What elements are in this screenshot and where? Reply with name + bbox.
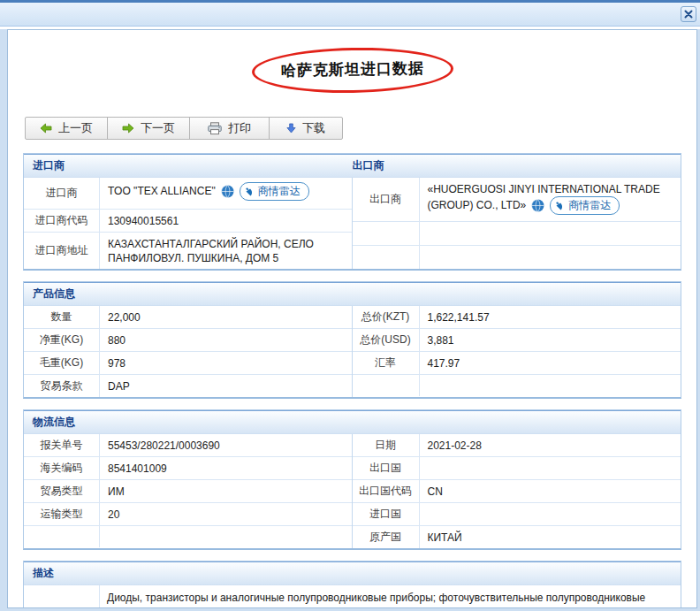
business-radar-link[interactable]: 商情雷达 [240, 182, 309, 201]
field-label: 进口国 [353, 503, 420, 525]
field-label: 进口商代码 [24, 210, 100, 232]
field-value: CN [420, 480, 681, 502]
product-right-table: 总价(KZT) 1,622,141.57 总价(USD) 3,881 汇率 41… [353, 306, 681, 397]
content-panel: 哈萨克斯坦进口数据 上一页 下一页 [7, 29, 697, 608]
field-value [420, 222, 681, 245]
table-row: 原产国 КИТАЙ [353, 526, 681, 548]
field-label: 毛重(KG) [24, 352, 100, 374]
table-row: 海关编码 8541401009 [24, 457, 352, 480]
section-product-info: 产品信息 数量 22,000 净重(KG) 880 毛重(KG) [23, 281, 681, 399]
field-value [420, 503, 681, 525]
field-label: 海关编码 [24, 457, 100, 479]
product-header: 产品信息 [33, 286, 353, 302]
table-row [353, 375, 681, 396]
download-button[interactable]: 下载 [269, 117, 343, 140]
product-description-text: Диоды, транзисторы и аналогичные полупро… [100, 585, 681, 608]
arrow-left-icon [40, 123, 52, 134]
table-row [353, 222, 681, 246]
field-label [353, 375, 420, 396]
field-value: 20 [100, 503, 352, 525]
printer-icon [208, 122, 222, 135]
title-area: 哈萨克斯坦进口数据 [23, 48, 681, 104]
table-row [353, 246, 681, 269]
field-value [420, 246, 681, 269]
field-value: 417.97 [420, 352, 681, 374]
field-label: 总价(KZT) [353, 306, 420, 328]
exporter-header: 出口商 [353, 158, 673, 173]
table-row: 进口商 TOO "TEX ALLIANCE"商情雷达 [24, 178, 352, 210]
field-label: 进口商地址 [24, 233, 100, 269]
field-value: «HUOERGUOSI JINYI INTERNATIONAL TRADE (G… [420, 178, 681, 221]
field-value [100, 526, 352, 547]
close-button[interactable] [681, 6, 696, 22]
globe-icon[interactable] [531, 199, 544, 212]
field-label: 原产国 [353, 526, 420, 548]
field-value: 130940015561 [100, 210, 352, 232]
section-header: 进口商 出口商 [24, 154, 681, 178]
prev-page-button[interactable]: 上一页 [25, 117, 108, 140]
field-value: 1,622,141.57 [420, 306, 681, 328]
importer-header: 进口商 [33, 158, 353, 173]
field-label [353, 222, 420, 245]
section-header: 产品信息 [24, 282, 681, 306]
field-label: 贸易条款 [24, 375, 100, 397]
field-label: 运输类型 [24, 503, 100, 525]
field-value: ИМ [100, 480, 352, 502]
table-row: 毛重(KG) 978 [24, 352, 352, 375]
logistics-right-table: 日期 2021-02-28 出口国 出口国代码 CN 进口国 [353, 434, 681, 548]
globe-icon[interactable] [221, 185, 234, 198]
business-radar-link[interactable]: 商情雷达 [550, 196, 620, 215]
field-label: 出口国 [353, 457, 420, 479]
radar-icon [245, 187, 255, 197]
section-header: 物流信息 [24, 410, 681, 434]
product-left-table: 数量 22,000 净重(KG) 880 毛重(KG) 978 贸易条款 [24, 306, 353, 397]
field-value [420, 375, 681, 396]
field-label: 报关单号 [24, 434, 100, 456]
field-label: 净重(KG) [24, 329, 100, 351]
table-row: 出口商 «HUOERGUOSI JINYI INTERNATIONAL TRAD… [353, 178, 681, 222]
table-row: 汇率 417.97 [353, 352, 681, 375]
page-title: 哈萨克斯坦进口数据 [280, 60, 423, 80]
print-label: 打印 [228, 120, 251, 136]
table-row: 数量 22,000 [24, 306, 352, 329]
print-button[interactable]: 打印 [189, 117, 270, 140]
description-header: 描述 [33, 566, 353, 581]
table-row: 总价(KZT) 1,622,141.57 [353, 306, 681, 329]
field-label: 出口国代码 [353, 480, 420, 502]
next-page-button[interactable]: 下一页 [107, 117, 190, 140]
importer-name: TOO "TEX ALLIANCE" [108, 185, 216, 197]
field-label: 进口商 [24, 178, 100, 209]
field-value: 880 [100, 329, 352, 351]
field-label: 产品描述 [24, 585, 100, 608]
field-value [420, 457, 681, 479]
field-label: 汇率 [353, 352, 420, 374]
logistics-header: 物流信息 [33, 415, 353, 430]
table-row: 运输类型 20 [24, 503, 352, 526]
table-row: 进口商地址 КАЗАХСТАНТАЛГАРСКИЙ РАЙОН, СЕЛО ПА… [24, 233, 352, 269]
table-row: 日期 2021-02-28 [353, 434, 681, 457]
radar-label: 商情雷达 [568, 198, 611, 213]
next-page-label: 下一页 [141, 120, 175, 136]
exporter-table: 出口商 «HUOERGUOSI JINYI INTERNATIONAL TRAD… [353, 178, 681, 269]
field-label [353, 246, 420, 269]
field-value: DAP [100, 375, 352, 397]
table-row: 出口国代码 CN [353, 480, 681, 503]
field-label [24, 526, 100, 547]
field-label: 贸易类型 [24, 480, 100, 502]
field-label: 出口商 [353, 178, 420, 221]
download-label: 下载 [302, 120, 325, 136]
field-label: 数量 [24, 306, 100, 328]
field-value: 3,881 [420, 329, 681, 351]
table-row: 贸易条款 DAP [24, 375, 352, 397]
table-row: 报关单号 55453/280221/0003690 [24, 434, 352, 457]
field-value: КАЗАХСТАНТАЛГАРСКИЙ РАЙОН, СЕЛО ПАНФИЛОВ… [100, 233, 352, 269]
prev-page-label: 上一页 [58, 120, 93, 136]
field-label: 日期 [353, 434, 420, 456]
section-importer-exporter: 进口商 出口商 进口商 TOO "TEX ALLIANCE"商情雷达 进口商代码 [23, 153, 681, 271]
window-frame: 哈萨克斯坦进口数据 上一页 下一页 [0, 29, 700, 611]
table-row: 净重(KG) 880 [24, 329, 352, 352]
toolbar: 上一页 下一页 打印 [25, 117, 343, 140]
section-logistics-info: 物流信息 报关单号 55453/280221/0003690 海关编码 8541… [23, 409, 681, 550]
field-value: 55453/280221/0003690 [100, 434, 352, 456]
red-circle-annotation: 哈萨克斯坦进口数据 [251, 46, 453, 95]
